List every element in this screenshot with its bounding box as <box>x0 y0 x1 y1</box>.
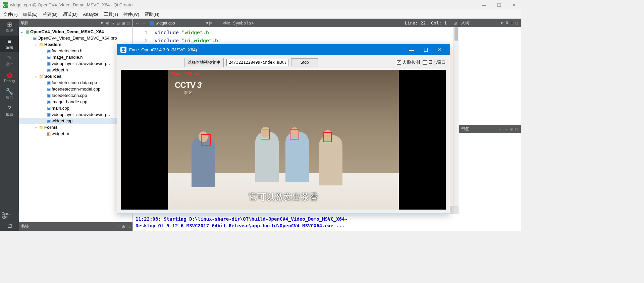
maximize-button[interactable]: ☐ <box>495 2 503 8</box>
outline-filter-icon[interactable]: ▼ <box>499 21 504 25</box>
collapse-icon[interactable]: ⊟ <box>115 21 121 25</box>
add-icon[interactable]: ⊕ <box>105 21 110 25</box>
face-bbox <box>201 134 211 146</box>
minimize-button[interactable]: — <box>405 46 419 54</box>
face-window-titlebar[interactable]: 👤 Face_OpenCV-4.3.0_(MSVC_X64) — ☐ ✕ <box>117 44 450 55</box>
outline-sort-icon[interactable]: ⇅ <box>504 21 509 25</box>
menu-edit[interactable]: 编辑(E) <box>20 10 40 18</box>
run-button[interactable]: 🖥 <box>0 221 19 231</box>
maximize-button[interactable]: ☐ <box>419 46 433 54</box>
close-button[interactable]: ✕ <box>510 2 518 8</box>
tree-file[interactable]: videoplayer_showvideowidg… <box>19 60 132 67</box>
activity-debug[interactable]: 🐞Debug <box>0 69 19 86</box>
symbols-dropdown[interactable]: <No Symbols> <box>222 20 254 25</box>
bookmark-add-icon[interactable]: ⊕ <box>509 127 515 131</box>
bookmark-bar-right: 书签 ← → ⊕ □ <box>459 125 521 133</box>
bookmark-prev-icon[interactable]: ← <box>497 127 503 131</box>
activity-design[interactable]: ✎设计 <box>0 52 19 69</box>
menu-tools[interactable]: 工具(T) <box>101 10 121 18</box>
tree-sources-folder[interactable]: ⌄📁Sources <box>19 73 132 79</box>
bookmark-close-icon[interactable]: □ <box>515 127 519 131</box>
video-view: Time: 670 ms CCTV 3 综 艺 它可以激发出茶香 <box>121 70 446 210</box>
bookmark-next-icon[interactable]: → <box>503 127 509 131</box>
split-icon[interactable]: ⊞ <box>121 21 126 25</box>
tree-file[interactable]: facedetectcnn-data.cpp <box>19 79 132 86</box>
tree-headers-folder[interactable]: ⌄📁Headers <box>19 41 132 48</box>
tree-file[interactable]: image_handle.h <box>19 54 132 60</box>
activity-projects[interactable]: 🔧项目 <box>0 86 19 103</box>
nav-forward-icon[interactable]: → <box>142 21 147 25</box>
video-subtitle: 它可以激发出茶香 <box>121 191 446 203</box>
activity-help[interactable]: ?帮助 <box>0 103 19 119</box>
menu-debug[interactable]: 调试(D) <box>60 10 80 18</box>
menu-build[interactable]: 构建(B) <box>40 10 60 18</box>
menu-window[interactable]: 控件(W) <box>121 10 142 18</box>
application-output[interactable]: 11:22:08: Starting D:\linux-share-dir\QT… <box>133 214 459 231</box>
minimize-button[interactable]: — <box>480 2 488 8</box>
menu-bar: 文件(F) 编辑(E) 构建(B) 调试(D) Analyze 工具(T) 控件… <box>0 10 521 19</box>
kit-selector[interactable]: Ope…X64 <box>0 211 19 220</box>
tree-file[interactable]: videoplayer_showvideowidg… <box>19 111 132 118</box>
cursor-position: Line: 22, Col: 1 <box>405 20 447 25</box>
tree-file-selected[interactable]: widget.cpp <box>19 118 132 124</box>
bookmark-label: 书签 <box>461 126 497 132</box>
face-toolbar: 选择本地视频文件 Stop ✓人脸检测 日志窗口 <box>117 55 450 70</box>
log-window-checkbox[interactable]: 日志窗口 <box>423 59 446 65</box>
bookmark-close-icon[interactable]: □ <box>126 224 130 229</box>
outline-close-icon[interactable]: □ <box>515 21 519 25</box>
menu-analyze[interactable]: Analyze <box>80 11 101 18</box>
bookmark-bar-left: 书签 ← → ⊕ □ <box>19 222 132 231</box>
menu-help[interactable]: 帮助(H) <box>142 10 162 18</box>
stop-button[interactable]: Stop <box>291 58 318 66</box>
face-window-title: Face_OpenCV-4.3.0_(MSVC_X64) <box>129 47 405 52</box>
face-opencv-window[interactable]: 👤 Face_OpenCV-4.3.0_(MSVC_X64) — ☐ ✕ 选择本… <box>117 44 450 214</box>
bookmark-next-icon[interactable]: → <box>115 224 121 229</box>
cpp-file-icon <box>150 21 154 25</box>
person <box>319 135 342 185</box>
tree-file[interactable]: facedetectcnn.h <box>19 48 132 54</box>
split-editor-icon[interactable]: ⊞ <box>453 21 457 25</box>
close-button[interactable]: ✕ <box>433 46 446 54</box>
close-panel-icon[interactable]: □ <box>126 21 130 25</box>
bookmark-prev-icon[interactable]: ← <box>109 224 115 229</box>
tree-file[interactable]: widget.ui <box>19 130 132 137</box>
output-line: 11:22:08: Starting D:\linux-share-dir\QT… <box>136 216 456 222</box>
video-path-input[interactable] <box>226 59 288 66</box>
bookmark-add-icon[interactable]: ⊕ <box>121 224 126 229</box>
timing-overlay: Time: 670 ms <box>171 72 200 76</box>
tree-forms-folder[interactable]: ⌄📁Forms <box>19 124 132 130</box>
select-video-button[interactable]: 选择本地视频文件 <box>184 58 224 67</box>
editor-tab[interactable]: widget.cpp <box>150 21 175 25</box>
pencil-icon: ✎ <box>7 55 12 61</box>
help-icon: ? <box>8 105 11 111</box>
project-tree: ⌄▣OpenCV4_Video_Demo_MSVC_X64 OpenCV4_Vi… <box>19 27 132 222</box>
face-bbox <box>290 129 299 139</box>
face-detect-checkbox[interactable]: ✓人脸检测 <box>397 59 420 65</box>
tree-root[interactable]: ⌄▣OpenCV4_Video_Demo_MSVC_X64 <box>19 29 132 35</box>
face-bbox <box>323 132 332 142</box>
cctv-watermark: CCTV 3 综 艺 <box>175 80 201 96</box>
outline-split-icon[interactable]: ⊞ <box>509 21 515 25</box>
activity-bar: ⊞欢迎 ≡编辑 ✎设计 🐞Debug 🔧项目 ?帮助 Ope…X64 🖥 <box>0 19 19 231</box>
filter-dropdown-icon[interactable]: ▼ <box>99 21 105 25</box>
tree-file[interactable]: image_handle.cpp <box>19 99 132 105</box>
tree-file[interactable]: widget.h <box>19 67 132 73</box>
edit-icon: ≡ <box>8 38 11 44</box>
output-line: Desktop Ot 5 12 6 MSVC2017 64bit-Release… <box>136 222 456 229</box>
activity-welcome[interactable]: ⊞欢迎 <box>0 19 19 36</box>
grid-icon: ⊞ <box>7 21 12 27</box>
tree-file[interactable]: facedetectcnn-model.cpp <box>19 86 132 92</box>
tree-pro-file[interactable]: OpenCV4_Video_Demo_MSVC_X64.pro <box>19 35 132 41</box>
editor-tab-label: widget.cpp <box>156 21 175 25</box>
activity-edit[interactable]: ≡编辑 <box>0 36 19 52</box>
filter-icon[interactable]: ▽ <box>110 21 115 25</box>
computer-icon: 🖥 <box>6 223 12 229</box>
editor-scrollbar[interactable] <box>453 27 459 207</box>
outline-panel: 大纲 ▼ ⇅ ⊞ □ 书签 ← → ⊕ □ <box>459 19 521 231</box>
nav-back-icon[interactable]: ← <box>135 21 140 25</box>
tree-file[interactable]: main.cpp <box>19 105 132 111</box>
menu-file[interactable]: 文件(F) <box>1 10 20 18</box>
project-panel-header: 项目 ▼ ⊕ ▽ ⊟ ⊞ □ <box>19 19 132 27</box>
outline-header: 大纲 ▼ ⇅ ⊞ □ <box>459 19 521 27</box>
tree-file[interactable]: facedetectcnn.cpp <box>19 92 132 99</box>
